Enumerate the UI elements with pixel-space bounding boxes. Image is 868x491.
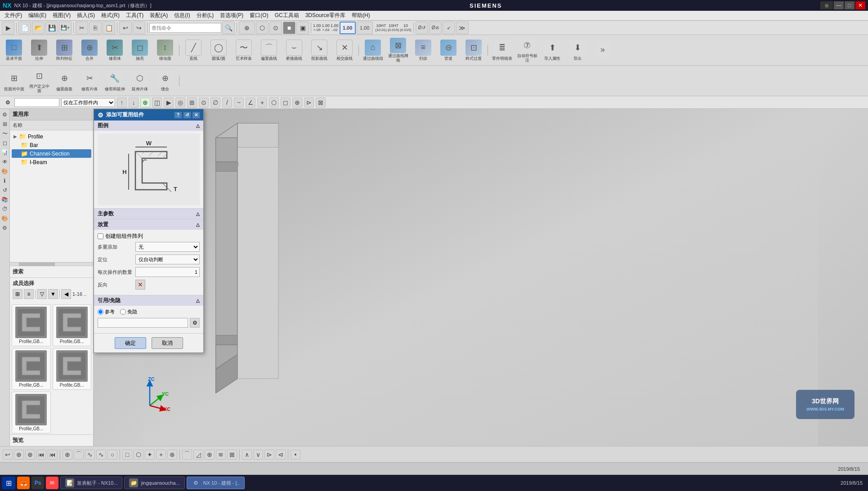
bt-rect[interactable]: □ — [122, 450, 132, 460]
sidebar-icon-render[interactable]: 🎨 — [1, 167, 9, 175]
coord-btn[interactable]: ⊕ — [292, 98, 302, 107]
bridge-btn[interactable]: ⌣ 桥接曲线 — [282, 37, 306, 64]
bt-add3[interactable]: ⊕ — [63, 450, 72, 460]
taskbar-item-1[interactable]: 📁 jingquansoucha... — [124, 477, 184, 489]
sidebar-icon-curves[interactable]: 〜 — [1, 129, 9, 138]
menu-3dsource[interactable]: 3DSource零件库 — [303, 11, 348, 20]
menu-prefs[interactable]: 首选项(P) — [217, 11, 246, 20]
ref-radio[interactable] — [98, 309, 103, 315]
menu-file[interactable]: 文件(F) — [2, 11, 25, 20]
project-btn[interactable]: ↘ 投影曲线 — [307, 37, 331, 64]
cube-btn[interactable]: ◻ — [281, 98, 291, 107]
create-array-checkbox[interactable] — [98, 233, 103, 239]
trim-surf-btn[interactable]: ✂ 修剪片体 — [77, 67, 102, 94]
spline-btn[interactable]: 〜 艺术样条 — [232, 37, 256, 64]
taskbar-item-0[interactable]: 📝 发表帖子 - NX10... — [60, 477, 122, 489]
tree-item-bar[interactable]: 📁 Bar — [12, 141, 91, 149]
snap7-btn[interactable]: ∠ — [246, 98, 255, 107]
array-btn[interactable]: ⊞ 阵列特征 — [52, 37, 76, 64]
menu-help[interactable]: 帮助(H) — [349, 11, 373, 20]
dialog-help-btn[interactable]: ? — [174, 112, 182, 118]
bt-undo[interactable]: ↩ — [3, 450, 13, 460]
merge-surf-btn[interactable]: ⊕ 缝合 — [153, 67, 177, 94]
sidebar-icon-color[interactable]: 🎨 — [1, 214, 9, 223]
save-all-btn[interactable]: 💾+ — [59, 22, 72, 34]
bt-curve2[interactable]: ∿ — [96, 450, 106, 460]
tree-item-ibeam[interactable]: 📁 I-Beam — [12, 158, 91, 166]
bt-star[interactable]: ✦ — [145, 450, 155, 460]
sidebar-icon-motion[interactable]: ⚙ — [1, 224, 9, 232]
arc-btn[interactable]: ↙ — [443, 22, 455, 34]
bt-nav2[interactable]: ⏮ — [48, 450, 58, 460]
windows-start-btn[interactable]: ⊞ — [2, 477, 15, 489]
maximize-btn[interactable]: □ — [845, 1, 855, 9]
viewport[interactable]: ZC YC XC 3D世界网 WWW.3DS.MY.COM — [94, 109, 868, 446]
paste-btn[interactable]: 📋 — [103, 22, 115, 34]
extrude-btn[interactable]: ⬆ 拉伸 — [27, 37, 51, 64]
sidebar-icon-analysis[interactable]: 📊 — [1, 148, 9, 156]
search-btn[interactable]: 🔍 — [222, 22, 235, 34]
line-btn[interactable]: ╱ 直线 — [181, 37, 206, 64]
member-grid-btn[interactable]: ⊞ — [13, 289, 22, 299]
position-select[interactable]: 仅自动判断 — [135, 254, 200, 264]
snap6-btn[interactable]: ~ — [234, 98, 244, 107]
dialog-close-btn[interactable]: ✕ — [192, 112, 200, 118]
snap3-btn[interactable]: ⊙ — [199, 98, 209, 107]
move-face-btn[interactable]: ↕ 移动面 — [153, 37, 177, 64]
menu-gc[interactable]: GC工具箱 — [272, 11, 302, 20]
solid-btn[interactable]: ■ — [283, 22, 295, 34]
open-btn[interactable]: 📂 — [32, 22, 45, 34]
minimize-btn[interactable]: — — [834, 1, 844, 9]
offset-btn[interactable]: ≡ 扫掠 — [411, 37, 435, 64]
dialog-preview-header[interactable]: 图例 △ — [94, 121, 203, 131]
export-btn[interactable]: ⬇ 导出 — [565, 37, 590, 64]
base-plane-btn[interactable]: □ 基准平面 — [2, 37, 26, 64]
view-btn1[interactable]: ⬡ — [256, 22, 268, 34]
intersect-btn[interactable]: ✕ 相交曲线 — [332, 37, 357, 64]
menu-analysis[interactable]: 分析(L) — [194, 11, 217, 20]
search-input[interactable] — [149, 23, 221, 33]
scale-btn[interactable]: ⊡ 样式过渡 — [461, 37, 486, 64]
snap-up-btn[interactable]: ↑ — [117, 98, 127, 107]
menu-format[interactable]: 格式(R) — [98, 11, 122, 20]
dialog-reference-header[interactable]: 引用/免隐 △ — [94, 295, 203, 306]
face-center-btn[interactable]: ⊞ 投面对中面 — [2, 67, 26, 94]
bt-m3[interactable]: ⊳ — [264, 450, 274, 460]
cut-btn[interactable]: ✂ — [76, 22, 88, 34]
bt-curve1[interactable]: ∿ — [85, 450, 95, 460]
save-btn[interactable]: 💾 — [45, 22, 58, 34]
point-type-btn[interactable]: ▶ — [164, 98, 174, 107]
sidebar-icon-history[interactable]: ↺ — [1, 186, 9, 194]
dialog-ok-btn[interactable]: 确定 — [115, 337, 146, 349]
sidebar-icon-settings[interactable]: ⚙ — [1, 111, 9, 119]
bt-fillet[interactable]: ⌒ — [182, 450, 192, 460]
bt-arr2[interactable]: ≋ — [216, 450, 226, 460]
bt-del[interactable]: ⊠ — [227, 450, 237, 460]
close-btn[interactable]: ✕ — [855, 1, 865, 9]
arc-circle-btn[interactable]: ◯ 圆弧/圆 — [206, 37, 231, 64]
bt-cross[interactable]: + — [156, 450, 166, 460]
work-context-select[interactable]: 仅在工作部件内 — [61, 98, 115, 107]
member-list-btn[interactable]: ≡ — [24, 289, 34, 299]
bt-circle[interactable]: ○ — [107, 450, 117, 460]
trim-repair-btn[interactable]: 🔧 修剪和延伸 — [103, 67, 127, 94]
settings-icon[interactable]: ⚙ — [3, 98, 13, 107]
tree-item-profile[interactable]: ▶ 📁 Profile — [12, 132, 91, 141]
bt-chamfer[interactable]: ◿ — [193, 450, 203, 460]
grid-item-1[interactable]: Profile,GB... — [53, 304, 92, 346]
import-attr-btn[interactable]: ⬆ 导入属性 — [540, 37, 564, 64]
unfold-btn[interactable]: ⬡ 延伸片体 — [128, 67, 152, 94]
shell-btn[interactable]: ◻ 抽壳 — [128, 37, 152, 64]
snap-down-btn[interactable]: ↓ — [129, 98, 139, 107]
menu-view[interactable]: 视图(V) — [50, 11, 73, 20]
view-btn2[interactable]: ⊙ — [269, 22, 282, 34]
balloon-btn[interactable]: ⑦ 自动符号标注 — [515, 37, 539, 64]
thru-curve-btn[interactable]: ⌂ 通过曲线组 — [361, 37, 385, 64]
sidebar-icon-surface[interactable]: ◻ — [1, 139, 9, 147]
snap4-btn[interactable]: ∅ — [210, 98, 220, 107]
horiz-scroll[interactable] — [10, 262, 93, 266]
dia-btn[interactable]: Ø↺ — [416, 22, 428, 34]
menu-edit[interactable]: 编辑(E) — [26, 11, 49, 20]
command-input[interactable] — [14, 98, 59, 107]
more-tb2-btn[interactable]: » — [591, 37, 615, 64]
